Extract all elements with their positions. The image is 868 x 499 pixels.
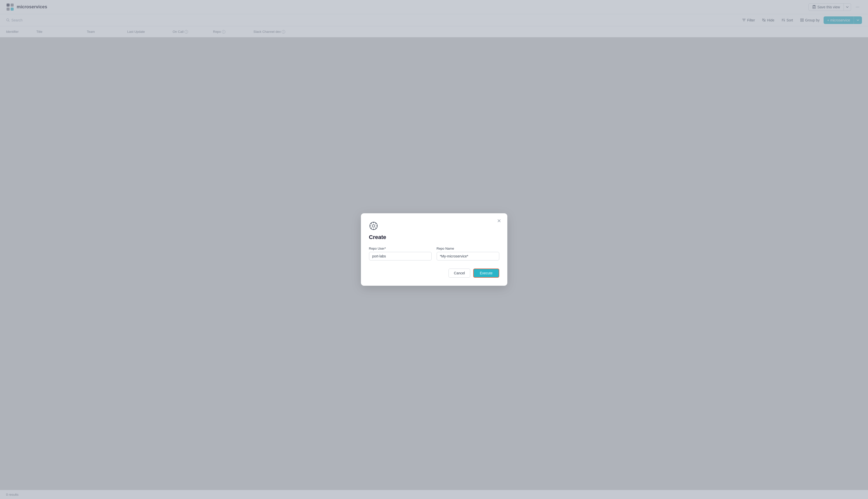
modal-close-button[interactable]: ✕ [496, 217, 502, 224]
modal-actions: Cancel Execute [369, 269, 499, 278]
repo-user-input[interactable] [369, 252, 432, 260]
form-row: Repo User* Repo Name [369, 247, 499, 260]
modal-close-label: ✕ [497, 218, 501, 224]
repo-name-label: Repo Name [437, 247, 499, 251]
create-modal: ✕ Create Repo User* Repo Name Cancel Exe… [361, 213, 507, 286]
modal-overlay: ✕ Create Repo User* Repo Name Cancel Exe… [0, 0, 868, 499]
repo-name-group: Repo Name [437, 247, 499, 260]
execute-button[interactable]: Execute [473, 269, 499, 278]
repo-user-group: Repo User* [369, 247, 432, 260]
modal-gear-icon [369, 221, 378, 230]
modal-title: Create [369, 234, 499, 241]
repo-name-input[interactable] [437, 252, 499, 260]
svg-point-15 [372, 224, 375, 227]
cancel-button[interactable]: Cancel [449, 269, 470, 278]
repo-user-label: Repo User* [369, 247, 432, 251]
